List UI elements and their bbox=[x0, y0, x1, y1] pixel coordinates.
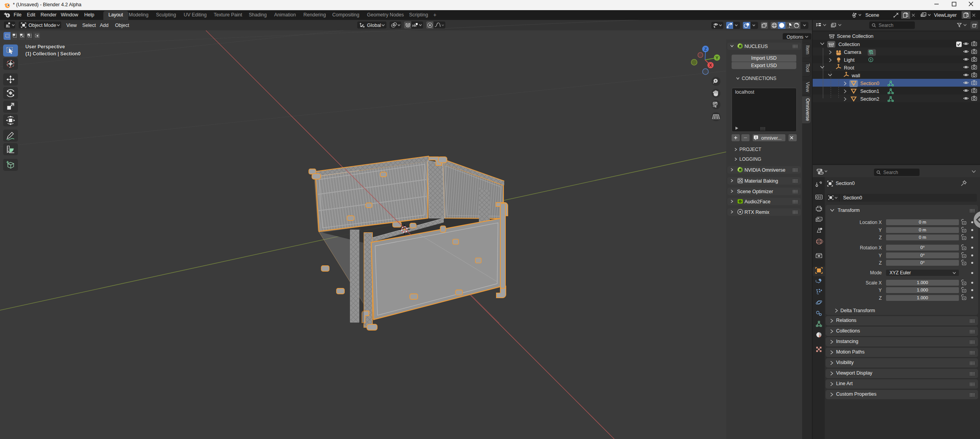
svg-text:Scene Collection: Scene Collection bbox=[837, 34, 874, 39]
svg-text:Camera: Camera bbox=[844, 50, 861, 55]
svg-text:X: X bbox=[709, 63, 712, 68]
svg-text:Section2: Section2 bbox=[860, 96, 879, 102]
svg-text:Collection: Collection bbox=[838, 42, 860, 47]
svg-text:Z: Z bbox=[704, 47, 707, 52]
svg-text:Section1: Section1 bbox=[860, 89, 879, 94]
svg-text:Light: Light bbox=[844, 57, 855, 63]
svg-text:Root: Root bbox=[844, 65, 854, 71]
svg-text:Y: Y bbox=[716, 55, 719, 60]
svg-text:Section0: Section0 bbox=[860, 81, 879, 86]
svg-text:wall: wall bbox=[851, 73, 860, 78]
